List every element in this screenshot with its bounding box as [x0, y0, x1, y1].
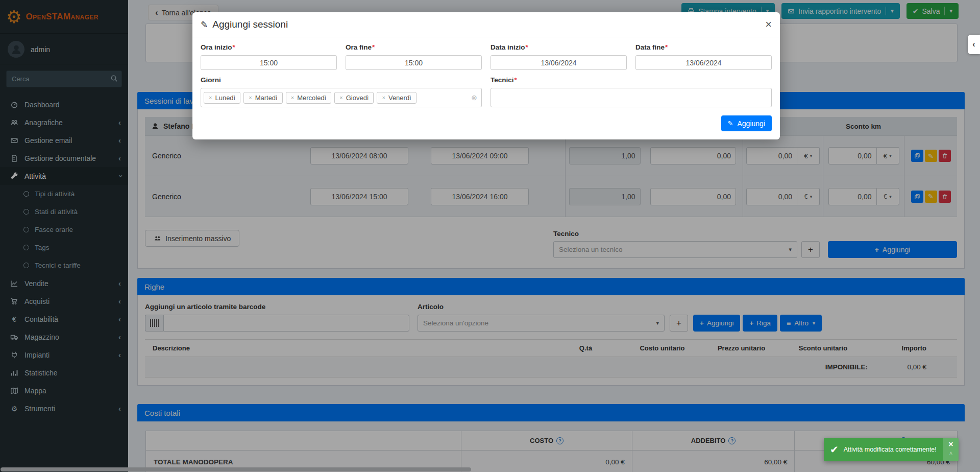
giorni-multiselect[interactable]: ×Lunedì ×Martedì ×Mercoledì ×Giovedì ×Ve… [201, 88, 482, 107]
close-icon: × [948, 440, 953, 449]
ora-fine-label: Ora fine [346, 43, 372, 51]
modal-add-button[interactable]: ✎ Aggiungi [721, 115, 772, 131]
edit-icon: ✎ [728, 120, 733, 127]
required-asterisk: * [526, 43, 528, 51]
required-asterisk: * [233, 43, 235, 51]
add-sessions-modal: ✎ Aggiungi sessioni × Ora inizio* Ora fi… [192, 12, 780, 139]
ora-fine-input[interactable] [346, 55, 482, 70]
modal-title-label: Aggiungi sessioni [212, 19, 288, 30]
data-inizio-label: Data inizio [491, 43, 525, 51]
field-ora-fine: Ora fine* [346, 43, 482, 70]
day-tag-label: Venerdì [388, 94, 411, 102]
remove-tag-icon[interactable]: × [291, 95, 294, 101]
chevron-up-icon: ˄ [949, 450, 952, 456]
remove-tag-icon[interactable]: × [339, 95, 342, 101]
chevron-left-icon: ‹ [972, 40, 975, 49]
clear-all-icon[interactable]: ⊗ [471, 94, 477, 101]
pencil-icon: ✎ [201, 19, 208, 30]
required-asterisk: * [372, 43, 375, 51]
remove-tag-icon[interactable]: × [249, 95, 252, 101]
remove-tag-icon[interactable]: × [209, 95, 212, 101]
data-fine-label: Data fine [635, 43, 665, 51]
ora-inizio-input[interactable] [201, 55, 337, 70]
success-toast: ✔ Attività modificata correttamente! × ˄ [824, 438, 959, 461]
day-tag[interactable]: ×Giovedì [334, 92, 374, 104]
modal-body: Ora inizio* Ora fine* Data inizio* Data … [192, 37, 780, 115]
side-panel-toggle[interactable]: ‹ [968, 35, 980, 54]
day-tag[interactable]: ×Lunedì [204, 92, 240, 104]
field-data-fine: Data fine* [635, 43, 772, 70]
day-tag[interactable]: ×Mercoledì [286, 92, 332, 104]
modal-add-label: Aggiungi [738, 120, 766, 128]
modal-header: ✎ Aggiungi sessioni × [192, 12, 780, 37]
day-tag-label: Giovedì [346, 94, 369, 102]
day-tag[interactable]: ×Martedì [243, 92, 283, 104]
modal-footer: ✎ Aggiungi [192, 115, 780, 139]
required-asterisk: * [665, 43, 668, 51]
day-tag-label: Lunedì [215, 94, 235, 102]
field-giorni: Giorni ×Lunedì ×Martedì ×Mercoledì ×Giov… [201, 76, 482, 107]
required-asterisk: * [514, 76, 517, 84]
day-tag-label: Mercoledì [297, 94, 326, 102]
day-tag[interactable]: ×Venerdì [377, 92, 416, 104]
tecnici-label: Tecnici [491, 76, 514, 84]
giorni-label: Giorni [201, 76, 221, 84]
close-icon[interactable]: × [765, 19, 772, 30]
tecnici-input[interactable] [491, 88, 772, 107]
toast-message: Attività modificata correttamente! [844, 446, 939, 454]
data-fine-input[interactable] [635, 55, 772, 70]
check-icon: ✔ [830, 443, 839, 456]
remove-tag-icon[interactable]: × [382, 95, 385, 101]
field-tecnici: Tecnici* [491, 76, 772, 107]
ora-inizio-label: Ora inizio [201, 43, 232, 51]
toast-close-button[interactable]: × ˄ [943, 438, 959, 461]
day-tag-label: Martedì [255, 94, 278, 102]
data-inizio-input[interactable] [491, 55, 627, 70]
field-ora-inizio: Ora inizio* [201, 43, 337, 70]
modal-title: ✎ Aggiungi sessioni [201, 19, 288, 30]
field-data-inizio: Data inizio* [491, 43, 627, 70]
